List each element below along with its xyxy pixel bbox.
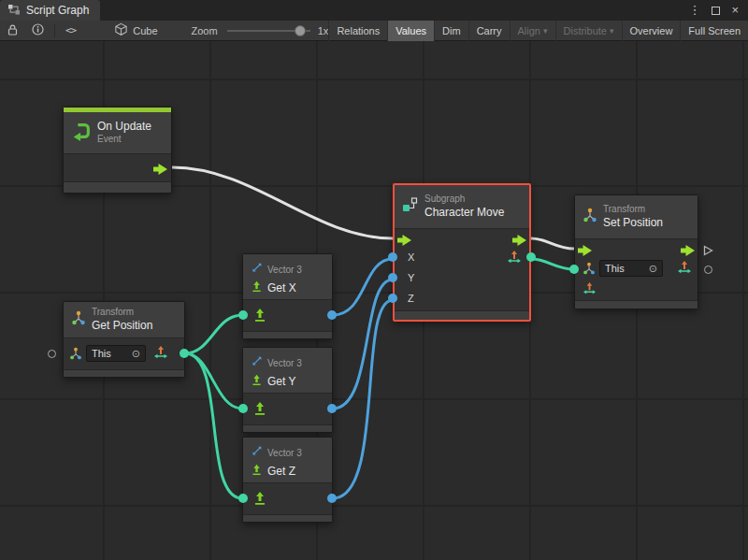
port-control-output[interactable] [681, 243, 695, 260]
vector3-icon [251, 354, 263, 371]
lock-icon [7, 23, 19, 38]
toolbar-button-values[interactable]: Values [387, 21, 434, 41]
tab-script-graph[interactable]: Script Graph [0, 0, 100, 21]
node-title: On Update [97, 120, 151, 134]
vector3-icon [251, 261, 263, 278]
cube-icon [114, 22, 128, 38]
chevron-down-icon: ▾ [543, 26, 548, 36]
port-y-input[interactable] [388, 273, 397, 282]
port-x-output[interactable] [327, 310, 337, 320]
node-subtitle: Vector 3 [267, 448, 302, 458]
port-position-output[interactable] [526, 252, 536, 262]
script-graph-window: Script Graph ⋮ × [0, 0, 748, 560]
node-title: Character Move [424, 206, 504, 220]
zoom-slider-handle[interactable] [295, 25, 306, 36]
position-icon [583, 282, 597, 300]
this-field[interactable]: This ⊙ [86, 345, 146, 362]
node-on-update[interactable]: On Update Event [63, 107, 172, 194]
position-icon [153, 346, 168, 365]
port-value-input[interactable] [569, 265, 579, 274]
get-component-icon [252, 401, 267, 420]
position-icon [677, 261, 692, 280]
info-button[interactable] [25, 21, 50, 41]
port-control-output[interactable] [153, 162, 167, 179]
graph-toolbar: <> Cube Zoom 1x Relations Values Dim [0, 21, 748, 41]
toolbar-button-relations[interactable]: Relations [328, 21, 387, 41]
port-vector3-input[interactable] [238, 494, 248, 503]
node-footer [243, 331, 332, 338]
port-transform-output-unconnected[interactable] [704, 266, 712, 274]
port-control-output[interactable] [512, 233, 526, 250]
node-get-x[interactable]: Vector 3 Get X [242, 253, 333, 339]
port-vector3-input[interactable] [238, 404, 248, 413]
port-y-label: Y [408, 272, 414, 283]
get-component-icon [251, 280, 263, 296]
lock-button[interactable] [0, 21, 25, 41]
wire-gety-to-y [333, 280, 393, 409]
graph-canvas[interactable]: On Update Event [0, 41, 748, 560]
toolbar-button-dim[interactable]: Dim [434, 21, 468, 41]
wire-getposition-to-getz [185, 353, 242, 498]
wire-charactermove-to-setposition [531, 238, 574, 249]
transform-icon [71, 310, 86, 329]
wire-getz-to-z [333, 300, 393, 498]
port-x-label: X [408, 251, 414, 263]
wire-getposition-to-gety [185, 353, 242, 409]
node-footer [64, 181, 171, 193]
port-position-output[interactable] [180, 349, 189, 358]
get-component-icon [251, 373, 263, 390]
graph-target[interactable]: Cube [114, 22, 157, 38]
transform-icon [583, 208, 597, 226]
toolbar-button-align[interactable]: Align ▾ [510, 21, 555, 41]
node-set-position[interactable]: Transform Set Position This [574, 194, 698, 309]
maximize-icon[interactable] [712, 7, 720, 15]
node-subtitle: Transform [92, 307, 152, 319]
port-z-output[interactable] [327, 494, 337, 503]
zoom-slider[interactable] [227, 21, 310, 41]
node-get-y[interactable]: Vector 3 Get Y [242, 347, 333, 433]
port-this-input[interactable] [48, 350, 56, 358]
node-get-position[interactable]: Transform Get Position This ⊙ [63, 301, 185, 378]
port-x-input[interactable] [388, 252, 397, 262]
transform-icon [69, 347, 82, 364]
port-z-input[interactable] [388, 294, 397, 303]
node-title: Get X [267, 281, 296, 294]
get-component-icon [251, 463, 263, 480]
code-view-button[interactable]: <> [59, 21, 82, 41]
target-picker-icon[interactable]: ⊙ [132, 348, 140, 360]
info-icon [32, 23, 44, 37]
toolbar-button-distribute[interactable]: Distribute ▾ [555, 21, 622, 41]
wire-getx-to-x [333, 259, 393, 315]
close-icon[interactable]: × [731, 0, 739, 21]
transform-icon [583, 262, 596, 279]
position-icon [507, 251, 522, 269]
node-footer [575, 300, 698, 309]
toolbar-button-carry[interactable]: Carry [468, 21, 510, 41]
target-picker-icon[interactable]: ⊙ [649, 263, 657, 275]
node-get-z[interactable]: Vector 3 Get Z [242, 437, 333, 523]
wire-onupdate-to-charactermove [172, 167, 393, 238]
subgraph-icon [402, 196, 419, 217]
toolbar-button-fullscreen[interactable]: Full Screen [680, 21, 748, 41]
port-control-input[interactable] [397, 233, 411, 250]
tab-title: Script Graph [26, 4, 89, 17]
toolbar-button-overview[interactable]: Overview [622, 21, 681, 41]
this-field[interactable]: This ⊙ [599, 260, 663, 277]
port-y-output[interactable] [327, 404, 337, 413]
chevron-down-icon: ▾ [610, 26, 614, 36]
node-footer [243, 424, 332, 432]
zoom-label: Zoom [192, 25, 218, 36]
port-control-input[interactable] [578, 243, 592, 260]
node-subtitle: Subgraph [424, 194, 504, 206]
wire-charactermove-to-setposition-value [531, 259, 574, 269]
menu-dots-icon[interactable]: ⋮ [688, 0, 700, 21]
node-title: Set Position [603, 216, 663, 230]
node-footer [64, 369, 184, 377]
node-character-move[interactable]: Subgraph Character Move X Y Z [393, 183, 531, 322]
port-vector3-input[interactable] [238, 310, 248, 320]
node-title: Get Position [92, 319, 152, 333]
toolbar-separator [54, 24, 55, 37]
get-component-icon [252, 491, 267, 510]
port-control-output-unconnected[interactable] [703, 243, 713, 260]
tab-bar: Script Graph ⋮ × [0, 0, 748, 21]
